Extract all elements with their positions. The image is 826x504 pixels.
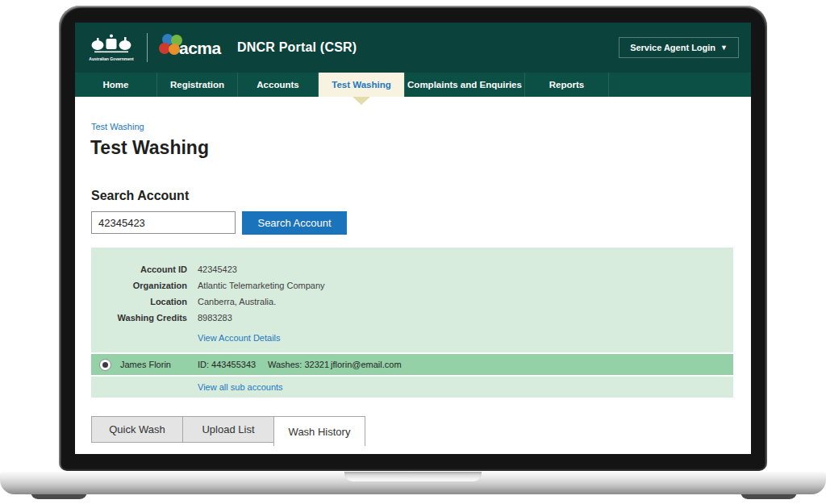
nav-item-registration[interactable]: Registration: [157, 73, 238, 97]
header-divider: [147, 33, 148, 62]
sub-account-email: jflorin@email.com: [331, 360, 402, 369]
app-header: Australian Government acma DNCR Portal (…: [75, 23, 751, 73]
nav-item-test-washing[interactable]: Test Washing: [319, 73, 405, 97]
detail-value: Atlantic Telemarketing Company: [198, 281, 325, 290]
account-results-panel: Account ID 42345423 Organization Atlanti…: [91, 248, 733, 398]
wash-tabs: Quick Wash Upload List Wash History: [91, 416, 365, 446]
nav-item-label: Accounts: [257, 80, 298, 90]
detail-row: Organization Atlantic Telemarketing Comp…: [91, 277, 733, 294]
laptop-screen: Australian Government acma DNCR Portal (…: [75, 23, 751, 454]
laptop-base-notch: [344, 472, 482, 481]
detail-label: Account ID: [91, 264, 187, 274]
detail-label: Location: [91, 297, 187, 306]
sub-account-radio[interactable]: [99, 359, 111, 371]
search-account-heading: Search Account: [91, 189, 189, 203]
sub-account-id: ID: 443455343: [198, 360, 268, 369]
nav-item-reports[interactable]: Reports: [525, 73, 609, 97]
breadcrumb[interactable]: Test Washing: [91, 122, 144, 131]
nav-item-home[interactable]: Home: [75, 73, 157, 97]
acma-logo-text: acma: [179, 39, 221, 58]
detail-value: 42345423: [198, 264, 237, 274]
sub-account-name: James Florin: [120, 360, 198, 369]
search-account-input[interactable]: [91, 211, 236, 234]
detail-row: Account ID 42345423: [91, 261, 733, 277]
acma-logo: acma: [158, 34, 231, 61]
nav-item-label: Reports: [549, 80, 584, 90]
tab-quick-wash[interactable]: Quick Wash: [91, 416, 183, 443]
main-nav: Home Registration Accounts Test Washing …: [75, 73, 751, 97]
nav-item-accounts[interactable]: Accounts: [238, 73, 319, 97]
australian-government-crest: Australian Government: [86, 34, 136, 61]
detail-label: Organization: [91, 281, 187, 290]
detail-row: Location Canberra, Australia.: [91, 294, 733, 310]
crest-caption: Australian Government: [86, 56, 136, 61]
detail-row: Washing Credits 8983283: [91, 310, 733, 326]
caret-down-icon: ▼: [720, 44, 728, 52]
nav-item-label: Complaints and Enquiries: [407, 80, 522, 90]
detail-value: 8983283: [198, 313, 232, 323]
sub-account-washes: Washes: 32321: [268, 360, 331, 369]
search-account-button[interactable]: Search Account: [242, 211, 347, 235]
detail-value: Canberra, Australia.: [198, 297, 276, 306]
detail-label: Washing Credits: [91, 313, 187, 323]
nav-item-label: Test Washing: [332, 80, 390, 90]
account-details-section: Account ID 42345423 Organization Atlanti…: [91, 248, 733, 352]
tab-wash-history[interactable]: Wash History: [273, 416, 365, 446]
page: Australian Government acma DNCR Portal (…: [0, 0, 826, 504]
coat-of-arms-icon: [90, 34, 133, 55]
service-agent-login-button[interactable]: Service Agent Login ▼: [619, 37, 739, 58]
service-agent-login-label: Service Agent Login: [630, 43, 715, 52]
acma-logo-circle-orange: [169, 44, 180, 55]
tab-upload-list[interactable]: Upload List: [182, 416, 274, 443]
view-all-sub-accounts-row: View all sub accounts: [91, 377, 733, 398]
page-title: Test Washing: [90, 137, 209, 158]
page-content: Test Washing Test Washing Search Account…: [75, 97, 751, 454]
portal-title: DNCR Portal (CSR): [237, 40, 357, 55]
nav-item-label: Registration: [170, 80, 224, 90]
view-all-sub-accounts-link[interactable]: View all sub accounts: [198, 382, 283, 392]
view-account-details-link[interactable]: View Account Details: [198, 333, 281, 343]
nav-item-complaints-and-enquiries[interactable]: Complaints and Enquiries: [405, 73, 525, 97]
sub-account-row[interactable]: James Florin ID: 443455343 Washes: 32321…: [91, 354, 733, 375]
nav-item-label: Home: [103, 80, 129, 90]
